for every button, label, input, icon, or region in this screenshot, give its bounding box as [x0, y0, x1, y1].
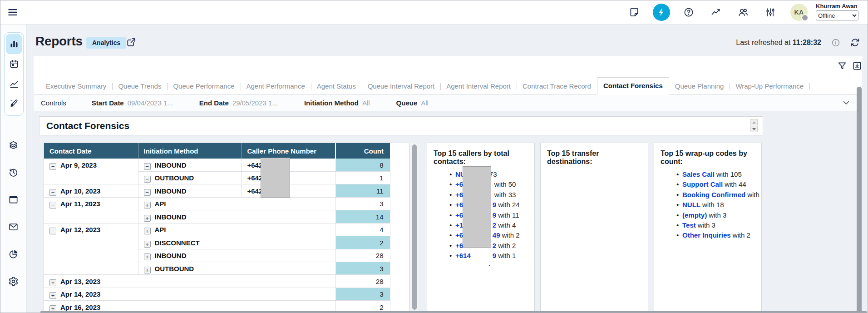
expand-toggle-icon[interactable]: +	[144, 253, 151, 260]
lightning-icon[interactable]	[653, 4, 670, 21]
tab-queue-interval-report[interactable]: Queue Interval Report	[362, 78, 441, 94]
filter-start-date[interactable]: Start Date09/04/2023 1...	[92, 99, 173, 107]
avatar[interactable]: KA	[790, 4, 808, 21]
pie-chart-icon	[8, 249, 19, 259]
metrics-icon[interactable]	[707, 4, 725, 21]
report-tabs-row: Executive SummaryQueue TrendsQueue Perfo…	[34, 78, 862, 95]
expand-toggle-icon[interactable]: +	[144, 267, 151, 273]
filter-end-date[interactable]: End Date29/05/2023 1...	[199, 99, 278, 107]
item-link[interactable]: +614	[455, 252, 471, 259]
sidebar-item-calendar[interactable]	[6, 54, 22, 74]
item-count-text: with 24	[498, 201, 520, 209]
status-select[interactable]: Offline	[816, 10, 858, 20]
document-icon[interactable]	[626, 4, 643, 21]
filter-queue[interactable]: QueueAll	[396, 99, 429, 107]
item-link-suffix[interactable]: 2	[493, 242, 496, 249]
collapse-toggle-icon[interactable]: −	[144, 163, 151, 170]
item-count-text: with 4	[498, 221, 516, 229]
controls-collapse-chevron-icon[interactable]	[842, 98, 851, 107]
contact-forensics-table-card: Contact Date Initiation Method Caller Ph…	[44, 143, 409, 313]
table-row: −Apr 9, 2023−INBOUND+6428	[44, 159, 390, 171]
sidebar-item-line-chart[interactable]	[6, 74, 22, 94]
external-link-icon[interactable]	[126, 37, 137, 48]
item-count-text: with 3	[709, 211, 726, 219]
expand-toggle-icon[interactable]: +	[49, 292, 56, 299]
collapse-toggle-icon[interactable]: −	[144, 189, 151, 196]
date-cell: +Apr 13, 2023	[44, 275, 335, 288]
refresh-icon[interactable]	[849, 37, 861, 48]
stray-dot: .	[488, 259, 490, 267]
sidebar-item-gear[interactable]	[0, 268, 26, 295]
sidebar-item-bar-chart[interactable]	[6, 34, 22, 54]
tab-contact-forensics[interactable]: Contact Forensics	[597, 77, 669, 95]
expand-toggle-icon[interactable]: +	[49, 279, 56, 286]
paintbrush-icon	[9, 99, 19, 109]
item-link[interactable]: (empty)	[682, 211, 707, 219]
item-count-text: with 1	[498, 252, 516, 259]
spinner-down-button[interactable]	[750, 126, 758, 132]
sidebar-item-pie-chart[interactable]	[0, 240, 26, 268]
list-item: +6149with 1	[455, 251, 528, 261]
tab-wrap-up-performance[interactable]: Wrap-Up Performance	[730, 78, 809, 94]
filter-initiation-method[interactable]: Initiation MethodAll	[304, 99, 370, 107]
table-scrollbar-thumb[interactable]	[412, 144, 417, 310]
table-scrollbar-track[interactable]	[410, 143, 419, 313]
item-link[interactable]: Sales Call	[682, 170, 715, 178]
filter-icon[interactable]	[837, 61, 847, 71]
count-cell: 2	[335, 236, 390, 249]
tab-queue-planning[interactable]: Queue Planning	[669, 78, 730, 94]
item-link[interactable]: Support Call	[682, 180, 723, 188]
tab-queue-performance[interactable]: Queue Performance	[167, 78, 240, 94]
panel-top-transfer-destinations: Top 15 transfer destinations:	[540, 143, 648, 313]
tab-executive-summary[interactable]: Executive Summary	[40, 78, 112, 94]
item-link[interactable]: NULL	[682, 201, 700, 209]
horizontal-scrollbar-thumb[interactable]	[40, 311, 867, 313]
tab-agent-status[interactable]: Agent Status	[311, 78, 362, 94]
item-link[interactable]: Other Inquiries	[682, 231, 731, 239]
sliders-icon[interactable]	[762, 4, 779, 21]
sidebar-item-layers[interactable]	[0, 131, 26, 159]
tab-agent-performance[interactable]: Agent Performance	[241, 78, 311, 94]
bar-chart-icon	[9, 39, 19, 49]
tab-queue-trends[interactable]: Queue Trends	[112, 78, 167, 94]
user-name: Khurram Awan	[816, 3, 866, 10]
item-link-suffix[interactable]: 2	[493, 221, 496, 229]
info-icon[interactable]	[831, 38, 840, 47]
collapse-toggle-icon[interactable]: −	[144, 176, 151, 183]
users-icon[interactable]	[735, 4, 752, 21]
expand-toggle-icon[interactable]: +	[144, 241, 151, 248]
table-row: +Apr 14, 20233	[44, 288, 390, 300]
item-link[interactable]: Booking Confirmed	[682, 191, 745, 199]
collapse-toggle-icon[interactable]: −	[49, 189, 56, 196]
sidebar-item-mail[interactable]	[0, 213, 26, 240]
item-link-suffix[interactable]: 49	[493, 231, 500, 239]
sidebar-group	[4, 32, 24, 116]
page-scrollbar-thumb[interactable]	[857, 87, 862, 313]
expand-toggle-icon[interactable]: +	[144, 215, 151, 222]
sidebar-item-history[interactable]	[0, 159, 26, 186]
controls-row: Controls Start Date09/04/2023 1...End Da…	[34, 94, 862, 111]
sidebar-loose-items	[0, 131, 26, 295]
collapse-toggle-icon[interactable]: −	[49, 163, 56, 170]
hamburger-menu-icon[interactable]	[7, 6, 19, 18]
tab-contract-trace-record[interactable]: Contract Trace Record	[517, 78, 597, 94]
tab-agent-interval-report[interactable]: Agent Interval Report	[440, 78, 517, 94]
expand-toggle-icon[interactable]: +	[144, 202, 151, 209]
item-link[interactable]: Test	[682, 221, 696, 229]
help-icon[interactable]	[680, 4, 697, 21]
method-cell: +INBOUND	[138, 249, 335, 262]
method-cell: −INBOUND	[138, 159, 242, 171]
collapse-toggle-icon[interactable]: −	[49, 228, 56, 234]
sidebar-item-paintbrush[interactable]	[6, 94, 22, 114]
sidebar-item-browser-window[interactable]	[0, 186, 26, 213]
history-icon	[8, 167, 19, 178]
collapse-toggle-icon[interactable]: −	[49, 202, 56, 209]
item-link-suffix[interactable]: 9	[493, 211, 496, 219]
expand-toggle-icon[interactable]: +	[144, 228, 151, 234]
download-icon[interactable]	[852, 61, 862, 71]
redaction-overlay	[261, 158, 290, 198]
report-tabs: Executive SummaryQueue TrendsQueue Perfo…	[34, 78, 862, 94]
item-link-suffix[interactable]: 9	[493, 201, 496, 209]
spinner-up-button[interactable]	[750, 119, 758, 125]
item-link-suffix[interactable]: 9	[493, 252, 496, 259]
